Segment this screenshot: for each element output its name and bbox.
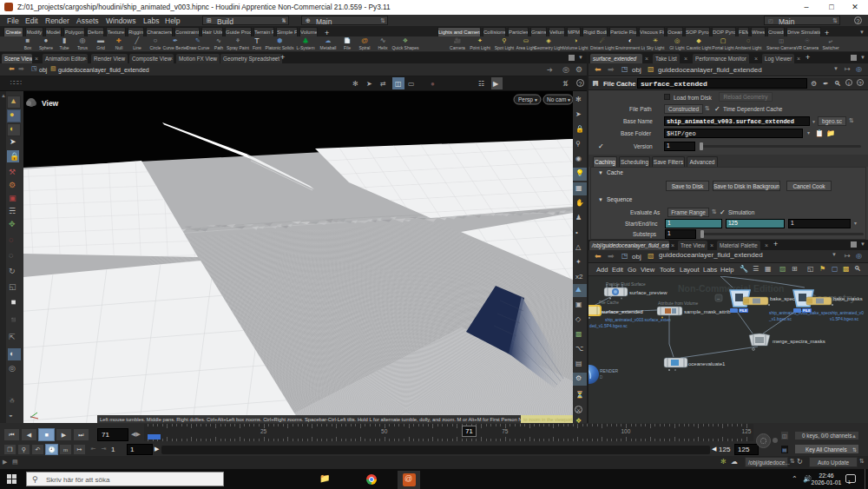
- svg-text:Attribute from Volume: Attribute from Volume: [658, 301, 698, 306]
- svg-text:ship_animated_v0: ship_animated_v0: [830, 311, 864, 315]
- svg-text:Persp: Persp: [518, 96, 533, 103]
- svg-text:ship_animated_v003.surface_ext: ship_animated_v003.surface_exten: [605, 318, 671, 322]
- svg-text:View: View: [42, 99, 59, 108]
- svg-text:▼: ▼: [534, 97, 538, 102]
- svg-text:to zoom in the viewport: to zoom in the viewport: [523, 417, 573, 422]
- svg-text:Particle Fluid Surface: Particle Fluid Surface: [606, 282, 646, 287]
- svg-text:D: D: [600, 375, 603, 380]
- svg-text:FILE: FILE: [740, 308, 747, 313]
- svg-text:▼: ▼: [567, 97, 571, 102]
- svg-text:merge_spectra_masks: merge_spectra_masks: [773, 339, 825, 344]
- svg-text:surface_preview: surface_preview: [629, 290, 667, 295]
- svg-text:oceanevaluate1: oceanevaluate1: [688, 361, 726, 367]
- svg-text:Left mouse tumbles. Middle pan: Left mouse tumbles. Middle pans. Right d…: [100, 417, 544, 422]
- svg-text:bake_spect: bake_spect: [770, 296, 797, 301]
- svg-text:RENDER: RENDER: [600, 368, 619, 373]
- svg-text:bake_masks: bake_masks: [833, 296, 863, 301]
- svg-text:v1.5P4.bgeo.sc: v1.5P4.bgeo.sc: [830, 317, 859, 321]
- svg-text:surface_extended: surface_extended: [602, 309, 643, 314]
- svg-text:FILE: FILE: [803, 308, 811, 313]
- svg-text:No cam: No cam: [547, 96, 566, 102]
- svg-text:sample_mask_attrib: sample_mask_attrib: [684, 309, 731, 314]
- svg-text:File Cache: File Cache: [599, 301, 619, 305]
- svg-text:_v1.bgeo.sc: _v1.bgeo.sc: [768, 317, 792, 321]
- svg-text:ded_v1.5P4.bgeo.sc: ded_v1.5P4.bgeo.sc: [589, 324, 628, 328]
